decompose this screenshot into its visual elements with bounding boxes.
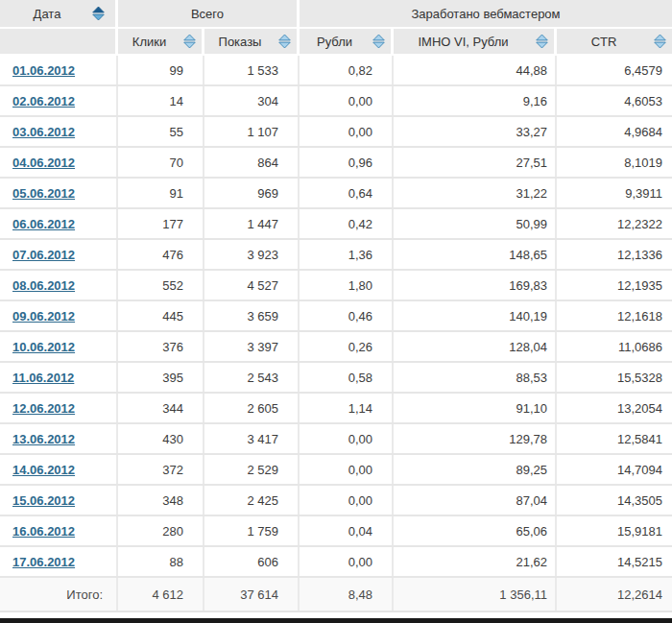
totals-rubles: 8,48 [300, 578, 394, 611]
imho-cell: 169,83 [394, 271, 557, 300]
clicks-cell: 88 [118, 547, 204, 576]
table-row: 07.06.2012 476 3 923 1,36 148,65 12,1336 [0, 240, 672, 271]
webmaster-stats-table: Дата Всего Заработано вебмастером Клики … [0, 0, 672, 623]
impressions-cell: 3 417 [204, 424, 300, 453]
date-cell: 02.06.2012 [0, 86, 118, 115]
clicks-cell: 177 [118, 209, 204, 238]
date-link[interactable]: 02.06.2012 [12, 94, 75, 108]
date-cell: 09.06.2012 [0, 301, 118, 330]
clicks-cell: 280 [118, 516, 204, 545]
date-cell: 03.06.2012 [0, 117, 118, 146]
date-link[interactable]: 11.06.2012 [12, 371, 74, 385]
rubles-cell: 0,00 [300, 547, 394, 576]
column-header-imho-label: IMHO VI, Рубли [418, 35, 508, 49]
table-row: 14.06.2012 372 2 529 0,00 89,25 14,7094 [0, 455, 672, 486]
column-header-ctr[interactable]: CTR [557, 29, 672, 56]
date-link[interactable]: 17.06.2012 [12, 555, 75, 569]
rubles-cell: 1,36 [300, 240, 394, 269]
date-link[interactable]: 13.06.2012 [12, 432, 75, 446]
date-cell: 01.06.2012 [0, 56, 118, 84]
ctr-cell: 15,9181 [557, 516, 672, 545]
group-header-earned: Заработано вебмастером [300, 0, 672, 29]
column-header-empty [0, 29, 118, 56]
impressions-cell: 2 605 [204, 394, 300, 422]
imho-cell: 65,06 [394, 516, 557, 545]
sort-icon[interactable] [183, 35, 196, 49]
imho-cell: 91,10 [394, 394, 557, 422]
imho-cell: 21,62 [394, 547, 557, 576]
clicks-cell: 552 [118, 271, 204, 300]
date-link[interactable]: 06.06.2012 [12, 217, 75, 231]
clicks-cell: 55 [118, 117, 204, 146]
ctr-cell: 11,0686 [557, 332, 672, 361]
date-cell: 13.06.2012 [0, 424, 118, 453]
rubles-cell: 0,46 [300, 301, 394, 330]
rubles-cell: 0,26 [300, 332, 394, 361]
table-row: 13.06.2012 430 3 417 0,00 129,78 12,5841 [0, 424, 672, 455]
rubles-cell: 0,04 [300, 516, 394, 545]
date-cell: 06.06.2012 [0, 209, 118, 238]
column-header-impressions[interactable]: Показы [204, 29, 300, 56]
ctr-cell: 4,9684 [557, 117, 672, 146]
impressions-cell: 3 923 [204, 240, 300, 269]
rubles-cell: 0,82 [300, 56, 394, 84]
date-link[interactable]: 04.06.2012 [12, 156, 75, 170]
date-link[interactable]: 03.06.2012 [12, 125, 75, 139]
date-link[interactable]: 01.06.2012 [12, 63, 75, 78]
date-link[interactable]: 08.06.2012 [12, 278, 75, 293]
imho-cell: 129,78 [394, 424, 557, 453]
date-cell: 16.06.2012 [0, 516, 118, 545]
sort-icon[interactable] [278, 35, 291, 49]
table-row: 15.06.2012 348 2 425 0,00 87,04 14,3505 [0, 486, 672, 516]
imho-cell: 9,16 [394, 86, 557, 115]
ctr-cell: 4,6053 [557, 86, 672, 115]
column-header-clicks[interactable]: Клики [118, 29, 204, 56]
clicks-cell: 395 [118, 363, 204, 392]
totals-impressions: 37 614 [204, 578, 300, 611]
date-link[interactable]: 07.06.2012 [12, 248, 75, 262]
rubles-cell: 0,96 [300, 148, 394, 177]
imho-cell: 27,51 [394, 148, 557, 177]
clicks-cell: 14 [118, 86, 204, 115]
sort-icon[interactable] [654, 35, 666, 49]
sort-icon[interactable] [372, 35, 385, 49]
date-link[interactable]: 09.06.2012 [12, 309, 75, 323]
date-link[interactable]: 10.06.2012 [12, 340, 75, 354]
totals-clicks: 4 612 [118, 578, 204, 611]
ctr-cell: 13,2054 [557, 394, 672, 422]
impressions-cell: 304 [204, 86, 300, 115]
date-cell: 07.06.2012 [0, 240, 118, 269]
table-body: 01.06.2012 99 1 533 0,82 44,88 6,4579 02… [0, 56, 672, 578]
imho-cell: 148,65 [394, 240, 557, 269]
impressions-cell: 606 [204, 547, 300, 576]
imho-cell: 140,19 [394, 301, 557, 330]
column-header-rubles[interactable]: Рубли [300, 29, 394, 56]
imho-cell: 88,53 [394, 363, 557, 392]
date-cell: 11.06.2012 [0, 363, 118, 392]
sort-icon[interactable] [536, 35, 548, 49]
date-link[interactable]: 12.06.2012 [12, 401, 75, 416]
rubles-cell: 0,00 [300, 117, 394, 146]
date-cell: 14.06.2012 [0, 455, 118, 484]
impressions-cell: 1 759 [204, 516, 300, 545]
date-cell: 08.06.2012 [0, 271, 118, 300]
impressions-cell: 1 107 [204, 117, 300, 146]
rubles-cell: 0,00 [300, 486, 394, 515]
rubles-cell: 0,00 [300, 86, 394, 115]
table-row: 02.06.2012 14 304 0,00 9,16 4,6053 [0, 86, 672, 117]
date-link[interactable]: 14.06.2012 [12, 463, 75, 477]
header-columns-row: Клики Показы Рубли IMHO VI, Рубли CTR [0, 29, 672, 56]
date-link[interactable]: 05.06.2012 [12, 186, 75, 201]
totals-row: Итого: 4 612 37 614 8,48 1 356,11 12,261… [0, 578, 672, 612]
column-header-date[interactable]: Дата [0, 0, 118, 29]
date-cell: 10.06.2012 [0, 332, 118, 361]
sort-icon[interactable] [92, 7, 105, 21]
date-link[interactable]: 16.06.2012 [12, 524, 75, 539]
group-header-earned-label: Заработано вебмастером [411, 7, 560, 21]
date-cell: 17.06.2012 [0, 547, 118, 576]
column-header-imho[interactable]: IMHO VI, Рубли [394, 29, 557, 56]
impressions-cell: 3 659 [204, 301, 300, 330]
date-cell: 12.06.2012 [0, 394, 118, 422]
totals-imho: 1 356,11 [394, 578, 557, 611]
date-link[interactable]: 15.06.2012 [12, 493, 75, 508]
